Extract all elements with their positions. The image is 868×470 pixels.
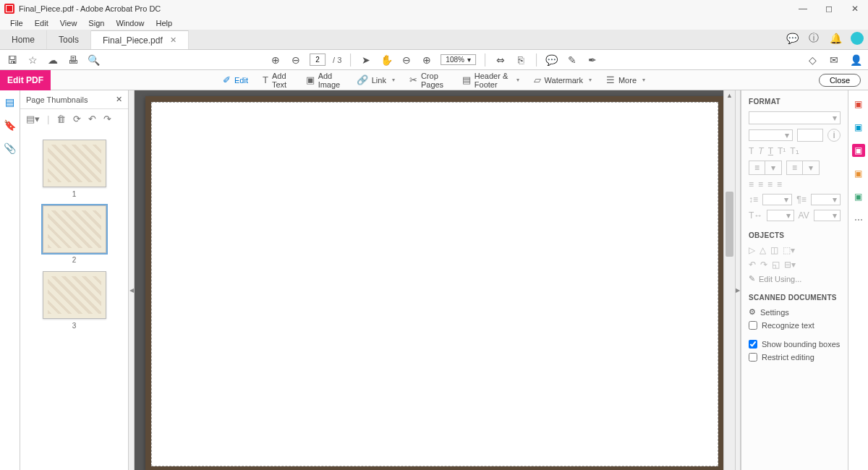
add-image-tool[interactable]: ▣Add Image [300, 69, 348, 91]
thumb-undo-icon[interactable]: ↶ [88, 114, 96, 124]
font-dropdown[interactable]: ▾ [749, 111, 841, 124]
align-left-icon[interactable]: ≡ [749, 179, 754, 189]
scrollbar-thumb[interactable] [726, 192, 733, 257]
paragraph-spacing-icon[interactable]: ¶≡ [796, 195, 806, 205]
save-icon[interactable]: 🖫 [6, 54, 19, 67]
chat-icon[interactable]: 💬 [786, 32, 799, 45]
share-icon[interactable]: 👤 [849, 54, 862, 67]
organize-icon[interactable]: ▣ [852, 190, 865, 203]
attachments-icon[interactable]: 📎 [4, 142, 16, 154]
rotate-cw-icon[interactable]: ↷ [760, 260, 767, 270]
zoom-in-icon[interactable]: ⊕ [420, 54, 433, 67]
eraser-icon[interactable]: ◇ [806, 54, 819, 67]
char-spacing-icon[interactable]: AV [799, 210, 809, 221]
tab-tools[interactable]: Tools [47, 30, 91, 49]
vertical-scrollbar[interactable]: ▲ ▼ [723, 90, 735, 470]
star-icon[interactable]: ☆ [26, 54, 39, 67]
export-icon[interactable]: ▣ [852, 167, 865, 180]
thumbnail-2[interactable] [43, 205, 106, 253]
tab-close-icon[interactable]: ✕ [170, 35, 176, 45]
menu-view[interactable]: View [56, 18, 82, 28]
menu-help[interactable]: Help [152, 18, 177, 28]
page-number-input[interactable] [310, 54, 326, 66]
hand-icon[interactable]: ✋ [380, 54, 393, 67]
tab-document[interactable]: Final_Piece.pdf✕ [91, 30, 189, 49]
restrict-editing-checkbox[interactable]: Restrict editing [749, 353, 841, 362]
crop-tool[interactable]: ✂Crop Pages [404, 69, 454, 91]
add-text-tool[interactable]: TAdd Text [257, 69, 297, 91]
thumb-delete-icon[interactable]: 🗑 [56, 114, 66, 124]
close-edit-button[interactable]: Close [819, 74, 861, 87]
pdf-page[interactable] [145, 96, 724, 470]
minimize-button[interactable]: — [790, 0, 816, 17]
notification-icon[interactable]: 🔔 [829, 32, 842, 45]
bookmarks-icon[interactable]: 🔖 [4, 119, 16, 131]
thumbnails-close-icon[interactable]: ✕ [116, 95, 122, 104]
select-icon[interactable]: ➤ [359, 54, 373, 67]
zoom-out-icon[interactable]: ⊖ [400, 54, 413, 67]
show-bounding-checkbox[interactable]: Show bounding boxes [749, 340, 841, 349]
sign-icon[interactable]: ✒ [586, 54, 599, 67]
print-icon[interactable]: 🖶 [67, 54, 80, 67]
rotate-ccw-icon[interactable]: ↶ [749, 260, 756, 270]
page-down-icon[interactable]: ⊖ [289, 54, 302, 67]
crop-obj-icon[interactable]: ◫ [770, 245, 778, 255]
fit-page-icon[interactable]: ⎘ [514, 54, 527, 67]
underline-icon[interactable]: T [768, 146, 773, 156]
number-list[interactable]: ≡▾ [786, 161, 820, 175]
info-icon[interactable]: i [827, 129, 841, 142]
menu-edit[interactable]: Edit [30, 18, 53, 28]
close-window-button[interactable]: ✕ [842, 0, 868, 17]
zoom-dropdown[interactable]: 108% ▾ [441, 54, 476, 65]
highlight-icon[interactable]: ✎ [566, 54, 579, 67]
thumb-redo-icon[interactable]: ↷ [103, 114, 111, 124]
italic-icon[interactable]: T [758, 146, 763, 156]
recognize-checkbox[interactable]: Recognize text [749, 321, 841, 330]
align-center-icon[interactable]: ≡ [758, 179, 763, 189]
thumbnails-icon[interactable]: ▤ [5, 96, 14, 108]
flip-h-icon[interactable]: ▷ [749, 245, 755, 255]
user-avatar[interactable] [851, 32, 864, 45]
horizontal-scale-icon[interactable]: T↔ [749, 210, 762, 221]
align-right-icon[interactable]: ≡ [767, 179, 773, 189]
format-collapse[interactable]: ▶ [735, 90, 741, 470]
thumbnail-3[interactable] [43, 271, 106, 319]
size-dropdown[interactable]: ▾ [749, 129, 793, 141]
cloud-icon[interactable]: ☁ [46, 54, 59, 67]
more-tools-icon[interactable]: ⋯ [852, 213, 865, 226]
edit-pdf-icon[interactable]: ▣ [852, 144, 865, 157]
menu-file[interactable]: File [6, 18, 27, 28]
mail-icon[interactable]: ✉ [827, 54, 841, 67]
thumbnail-1[interactable] [43, 140, 106, 187]
create-pdf-icon[interactable]: ▣ [852, 98, 865, 111]
watermark-tool[interactable]: ▱Watermark [528, 72, 597, 87]
thumbnails-collapse[interactable]: ◀ [129, 90, 135, 470]
line-spacing-icon[interactable]: ↕≡ [749, 195, 758, 205]
settings-button[interactable]: ⚙Settings [749, 307, 841, 317]
flip-v-icon[interactable]: △ [760, 245, 766, 255]
align-justify-icon[interactable]: ≡ [777, 179, 782, 189]
bullet-list[interactable]: ≡▾ [749, 161, 782, 175]
maximize-button[interactable]: ◻ [816, 0, 842, 17]
color-picker[interactable] [797, 129, 823, 142]
header-footer-tool[interactable]: ▤Header & Footer [456, 69, 525, 91]
thumb-options-icon[interactable]: ▤▾ [26, 114, 40, 124]
more-tool[interactable]: ☰More [600, 72, 651, 87]
page-up-icon[interactable]: ⊕ [269, 54, 282, 67]
subscript-icon[interactable]: T₁ [790, 146, 799, 156]
thumb-rotate-icon[interactable]: ⟳ [73, 114, 81, 124]
edit-tool[interactable]: ✐Edit [217, 72, 254, 87]
superscript-icon[interactable]: T¹ [778, 146, 786, 156]
help-icon[interactable]: ⓘ [807, 32, 820, 45]
tab-home[interactable]: Home [0, 30, 47, 49]
combine-icon[interactable]: ▣ [852, 121, 865, 134]
search-icon[interactable]: 🔍 [87, 54, 100, 67]
fit-width-icon[interactable]: ⇔ [494, 54, 507, 67]
comment-icon[interactable]: 💬 [545, 54, 558, 67]
regular-icon[interactable]: T [749, 146, 754, 156]
arrange-icon[interactable]: ⬚▾ [783, 245, 795, 255]
align-obj-icon[interactable]: ⊟▾ [784, 260, 796, 270]
menu-sign[interactable]: Sign [84, 18, 109, 28]
edit-using[interactable]: ✎Edit Using... [749, 274, 841, 283]
menu-window[interactable]: Window [111, 18, 148, 28]
